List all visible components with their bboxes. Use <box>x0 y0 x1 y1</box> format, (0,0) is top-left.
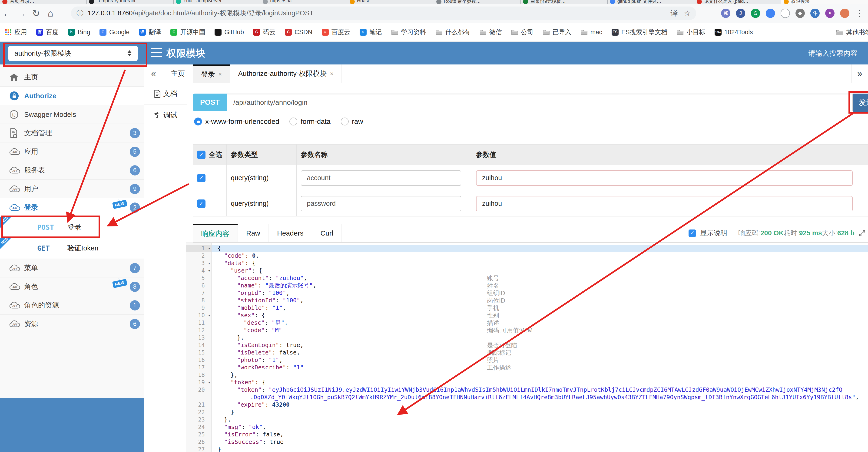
doc-tab-登录[interactable]: 登录× <box>193 64 230 83</box>
request-url-input[interactable]: /api/authority/anno/login <box>227 93 852 111</box>
param-value-input[interactable] <box>476 170 852 186</box>
code-line: "isSuccess": true <box>212 438 284 446</box>
other-bookmarks[interactable]: 其他书签 <box>832 23 868 42</box>
radio-dot <box>289 117 297 125</box>
browser-tab[interactable]: Route 带个参数… <box>434 0 521 4</box>
bookmark-item[interactable]: 百百度 <box>36 28 59 36</box>
content-type-radio-x-www-form-urlencoded[interactable]: x-www-form-urlencoded <box>194 117 279 125</box>
module-select[interactable]: authority-权限模块 <box>8 46 137 61</box>
bookmark-item[interactable]: ✎笔记 <box>360 28 382 36</box>
param-checkbox[interactable]: ✓ <box>197 174 206 182</box>
browser-tab[interactable]: Temporary Interact… <box>87 0 174 4</box>
bookmark-item[interactable]: 10241024Tools <box>715 29 753 36</box>
page-info-icon[interactable]: ⓘ <box>76 9 84 18</box>
extension-icon[interactable] <box>766 9 775 18</box>
sidebar-item-资源[interactable]: API资源6 <box>0 315 144 333</box>
param-name-input[interactable] <box>301 196 461 211</box>
bookmark-item[interactable]: 译翻译 <box>139 28 161 36</box>
bookmark-item[interactable]: 学习资料 <box>391 28 426 36</box>
hamburger-icon[interactable] <box>151 48 162 57</box>
sidebar-item-登录[interactable]: API登录NEW2 <box>0 198 144 217</box>
browser-tab[interactable]: 论文什么是入 (paid… <box>694 0 781 4</box>
doc-tab-Authorize-authority-权限模块[interactable]: Authorize-authority-权限模块× <box>230 64 342 83</box>
browser-tab[interactable]: 白菜价9元模板… <box>521 0 608 4</box>
select-all-checkbox[interactable]: ✓ <box>197 150 206 159</box>
browser-tab[interactable]: 权限模块 <box>781 0 868 4</box>
line-number: 19▾ <box>186 379 211 386</box>
browser-tab[interactable]: Zuia - JumpServer… <box>174 0 260 4</box>
sidebar-endpoint-post[interactable]: NEWPOST登录 <box>0 217 144 238</box>
browser-tab[interactable]: Hbase… <box>347 0 434 4</box>
param-checkbox[interactable]: ✓ <box>197 199 206 208</box>
star-icon[interactable]: ☆ <box>684 9 691 18</box>
close-tab-icon[interactable]: × <box>330 70 334 77</box>
bookmark-item[interactable]: C开源中国 <box>170 28 205 36</box>
extension-icon[interactable]: ✦ <box>825 9 835 18</box>
bookmark-item[interactable]: GitHub <box>215 29 244 36</box>
sidebar-item-角色[interactable]: API角色NEW8 <box>0 277 144 296</box>
bookmark-item[interactable]: CCSDN <box>285 29 312 36</box>
extension-icon[interactable]: J <box>736 9 745 18</box>
sidebar-item-服务表[interactable]: API服务表6 <box>0 161 144 180</box>
bookmark-item[interactable]: mac <box>581 29 602 36</box>
sidebar-item-应用[interactable]: API应用5 <box>0 142 144 161</box>
menu-dots-icon[interactable]: ⋮ <box>855 9 864 18</box>
sidebar-item-authorize[interactable]: Authorize <box>0 87 144 105</box>
search-input[interactable]: 请输入搜索内容 <box>808 49 857 58</box>
sidebar-item-swagger-models[interactable]: {;}Swagger Models <box>0 105 144 124</box>
forward-icon[interactable]: → <box>14 8 29 19</box>
sidebar-item-菜单[interactable]: API菜单7 <box>0 259 144 277</box>
bookmark-item[interactable]: 小目标 <box>677 28 705 36</box>
content-type-radio-form-data[interactable]: form-data <box>289 117 330 125</box>
address-bar[interactable]: ⓘ 127.0.0.1:8760/api/gate/doc.html#/auth… <box>71 6 696 20</box>
sidebar-item-用户[interactable]: API用户9 <box>0 180 144 198</box>
bookmark-item[interactable]: 什么都有 <box>435 28 470 36</box>
sidebar-item-角色的资源[interactable]: API角色的资源1 <box>0 296 144 315</box>
code-line: "token": { <box>212 379 266 386</box>
reload-icon[interactable]: ↻ <box>29 8 43 19</box>
response-tab-响应内容[interactable]: 响应内容 <box>193 224 238 242</box>
bookmark-item[interactable]: 已导入 <box>543 28 571 36</box>
send-button[interactable]: 发送 <box>852 93 868 112</box>
bookmark-item[interactable]: G码云 <box>253 28 276 36</box>
rail-tab-调试[interactable]: 调试 <box>144 105 187 126</box>
extension-icon[interactable]: ○ <box>781 9 790 18</box>
bookmark-item[interactable]: ∞百度云 <box>322 28 350 36</box>
response-tab-Curl[interactable]: Curl <box>312 224 342 242</box>
more-tabs-icon[interactable]: » <box>851 64 868 83</box>
extension-icon[interactable]: ◆ <box>796 9 805 18</box>
bookmark-item[interactable]: ESES搜索引擎文档 <box>612 28 668 36</box>
response-tab-Raw[interactable]: Raw <box>238 224 269 242</box>
extension-icon[interactable]: ⌘ <box>721 9 731 18</box>
bookmark-item[interactable]: bBing <box>68 29 90 36</box>
sidebar-item-文档管理[interactable]: 文档管理3 <box>0 124 144 142</box>
rail-tab-文档[interactable]: 文档 <box>144 83 187 105</box>
browser-tab[interactable]: 首页 登录… <box>0 0 87 4</box>
bookmark-item[interactable]: GGoogle <box>99 29 129 36</box>
extension-icon[interactable]: G <box>751 9 760 18</box>
tab-favicon <box>523 0 528 4</box>
bookmark-item[interactable]: 公司 <box>511 28 533 36</box>
param-name-input[interactable] <box>301 170 461 186</box>
fullscreen-icon[interactable] <box>859 230 866 237</box>
sidebar-endpoint-get[interactable]: NEWGET验证token <box>0 238 144 259</box>
bookmark-item[interactable]: 微信 <box>479 28 502 36</box>
response-info: ✓显示说明响应码:200 OK耗时:925 ms大小:628 b <box>688 224 868 242</box>
param-value-cell <box>472 165 868 191</box>
collapse-sidebar-icon[interactable]: « <box>144 64 163 83</box>
browser-tab[interactable]: github push 文件夹… <box>608 0 694 4</box>
home-icon[interactable]: ⌂ <box>43 8 58 19</box>
response-tab-Headers[interactable]: Headers <box>269 224 312 242</box>
sidebar-item-主页[interactable]: 主页 <box>0 68 144 87</box>
content-type-radio-raw[interactable]: raw <box>341 117 363 125</box>
back-icon[interactable]: ← <box>0 8 14 19</box>
avatar[interactable] <box>840 9 849 18</box>
doc-tab-主页[interactable]: 主页 <box>163 64 193 83</box>
param-value-input[interactable] <box>476 196 852 211</box>
translate-icon[interactable]: 译 <box>671 8 678 19</box>
browser-tab[interactable]: https://sha… <box>260 0 347 4</box>
close-tab-icon[interactable]: × <box>218 71 222 78</box>
extension-icon[interactable]: 斗 <box>810 9 820 18</box>
bookmark-item[interactable]: 应用 <box>5 28 27 36</box>
show-desc-checkbox[interactable]: ✓ <box>688 229 696 237</box>
